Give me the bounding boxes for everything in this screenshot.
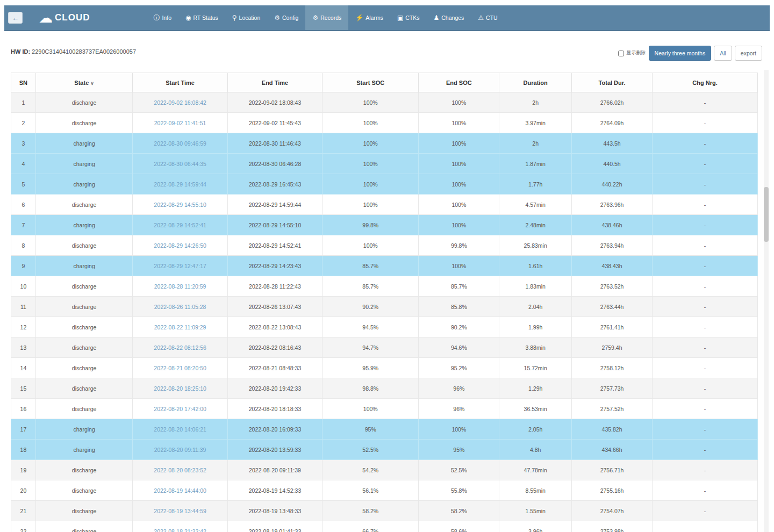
table-body: 1 discharge 2022-09-02 16:08:42 2022-09-… (11, 92, 758, 532)
nav-menu: ⓘ Info ◉ RT Status ⚲ Location ⚙ Config ⚙… (146, 5, 504, 30)
cell-total-dur: 2759.4h (572, 337, 653, 358)
cell-total-dur: 440.22h (572, 174, 653, 195)
cell-duration: 3.88min (499, 337, 572, 358)
nav-item-ctu[interactable]: ⚠ CTU (471, 5, 504, 30)
nav-item-ctks[interactable]: ▣ CTKs (390, 5, 427, 30)
cell-total-dur: 2754.07h (572, 501, 653, 521)
cell-start-time-link[interactable]: 2022-09-02 16:08:42 (133, 92, 227, 113)
cell-start-time-link[interactable]: 2022-08-29 12:47:17 (133, 256, 227, 276)
person-icon: ♟ (434, 15, 440, 21)
column-header-state[interactable]: State∨ (35, 73, 133, 92)
cell-end-time: 2022-08-29 14:59:44 (227, 195, 322, 215)
nav-item-changes[interactable]: ♟ Changes (427, 5, 471, 30)
back-button[interactable]: ← (8, 12, 23, 24)
nav-item-label: Changes (441, 15, 464, 21)
cell-total-dur: 443.5h (572, 133, 653, 154)
cell-end-soc: 100% (419, 256, 499, 276)
cell-sn: 14 (11, 358, 36, 378)
cell-start-time-link[interactable]: 2022-08-20 08:23:52 (133, 460, 227, 480)
cell-state: charging (35, 154, 133, 174)
cell-end-soc: 100% (419, 174, 499, 195)
cell-start-soc: 95.9% (322, 358, 419, 378)
cell-start-time-link[interactable]: 2022-09-02 11:41:51 (133, 113, 227, 133)
config-icon: ⚙ (274, 15, 280, 21)
cell-start-time-link[interactable]: 2022-08-19 13:44:59 (133, 501, 227, 521)
cell-sn: 18 (11, 440, 36, 460)
nav-item-info[interactable]: ⓘ Info (146, 5, 178, 30)
cell-start-time-link[interactable]: 2022-08-26 11:05:28 (133, 297, 227, 317)
cell-end-soc: 100% (419, 133, 499, 154)
cell-end-time: 2022-08-19 13:48:33 (227, 501, 322, 521)
cell-start-time-link[interactable]: 2022-08-29 14:55:10 (133, 195, 227, 215)
cell-state: discharge (35, 521, 133, 532)
cell-state: discharge (35, 317, 133, 337)
cell-end-time: 2022-08-19 14:52:33 (227, 480, 322, 501)
cell-end-time: 2022-08-30 06:46:28 (227, 154, 322, 174)
cell-end-soc: 85.7% (419, 276, 499, 297)
cell-chg-nrg: - (653, 256, 758, 276)
cell-chg-nrg: - (653, 92, 758, 113)
cell-state: discharge (35, 399, 133, 419)
vertical-scrollbar[interactable] (764, 70, 769, 532)
column-header-sn: SN (11, 73, 36, 92)
cell-chg-nrg: - (653, 460, 758, 480)
nav-item-rt-status[interactable]: ◉ RT Status (178, 5, 225, 30)
nav-item-label: Info (162, 15, 171, 21)
cell-start-time-link[interactable]: 2022-08-21 08:20:50 (133, 358, 227, 378)
cell-state: discharge (35, 276, 133, 297)
table-row: 2 discharge 2022-09-02 11:41:51 2022-09-… (11, 113, 758, 133)
cell-start-soc: 66.7% (322, 521, 419, 532)
cell-start-time-link[interactable]: 2022-08-19 14:44:00 (133, 480, 227, 501)
cell-start-time-link[interactable]: 2022-08-29 14:52:41 (133, 215, 227, 235)
nav-item-label: RT Status (193, 15, 218, 21)
cell-duration: 3.97min (499, 113, 572, 133)
show-deleted-checkbox[interactable] (618, 51, 624, 56)
table-row: 14 discharge 2022-08-21 08:20:50 2022-08… (11, 358, 758, 378)
cell-state: discharge (35, 480, 133, 501)
cell-start-time-link[interactable]: 2022-08-30 06:44:35 (133, 154, 227, 174)
nav-item-label: Alarms (366, 15, 383, 21)
table-row: 9 charging 2022-08-29 12:47:17 2022-08-2… (11, 256, 758, 276)
cell-start-time-link[interactable]: 2022-08-22 08:12:56 (133, 337, 227, 358)
cell-start-time-link[interactable]: 2022-08-29 14:59:44 (133, 174, 227, 195)
nav-item-records[interactable]: ⚙ Records (305, 5, 348, 30)
cell-start-time-link[interactable]: 2022-08-29 14:26:50 (133, 235, 227, 256)
scrollbar-thumb[interactable] (764, 187, 769, 242)
cell-start-time-link[interactable]: 2022-08-28 11:20:59 (133, 276, 227, 297)
cell-duration: 36.53min (499, 399, 572, 419)
nav-item-label: CTKs (405, 15, 419, 21)
cell-start-time-link[interactable]: 2022-08-20 14:06:21 (133, 419, 227, 440)
cell-sn: 17 (11, 419, 36, 440)
cell-state: charging (35, 440, 133, 460)
table-row: 22 discharge 2022-08-18 21:22:42 2022-08… (11, 521, 758, 532)
cell-chg-nrg: - (653, 440, 758, 460)
records-icon: ⚙ (312, 15, 318, 21)
cell-chg-nrg: - (653, 174, 758, 195)
nav-item-config[interactable]: ⚙ Config (267, 5, 305, 30)
range-all-button[interactable]: All (714, 46, 732, 61)
cell-start-time-link[interactable]: 2022-08-30 09:46:59 (133, 133, 227, 154)
warning-icon: ⚠ (478, 15, 484, 21)
cell-total-dur: 2763.52h (572, 276, 653, 297)
nav-item-alarms[interactable]: ⚡ Alarms (348, 5, 390, 30)
cell-state: discharge (35, 501, 133, 521)
column-header-label: Duration (524, 80, 548, 86)
nav-item-location[interactable]: ⚲ Location (225, 5, 268, 30)
cell-duration: 1.83min (499, 276, 572, 297)
cell-start-time-link[interactable]: 2022-08-20 18:25:10 (133, 378, 227, 399)
cell-end-time: 2022-09-02 11:45:43 (227, 113, 322, 133)
cell-state: discharge (35, 297, 133, 317)
table-row: 8 discharge 2022-08-29 14:26:50 2022-08-… (11, 235, 758, 256)
cell-start-soc: 85.7% (322, 276, 419, 297)
cell-start-time-link[interactable]: 2022-08-20 17:42:00 (133, 399, 227, 419)
cell-sn: 8 (11, 235, 36, 256)
cell-start-time-link[interactable]: 2022-08-22 11:09:29 (133, 317, 227, 337)
export-button[interactable]: export (735, 46, 762, 61)
cell-start-time-link[interactable]: 2022-08-20 09:11:39 (133, 440, 227, 460)
cell-end-soc: 100% (419, 154, 499, 174)
cell-chg-nrg: - (653, 358, 758, 378)
cell-end-time: 2022-08-20 16:09:33 (227, 419, 322, 440)
cell-duration: 1.29h (499, 378, 572, 399)
cell-start-time-link[interactable]: 2022-08-18 21:22:42 (133, 521, 227, 532)
range-nearly-three-months-button[interactable]: Nearly three months (649, 46, 712, 61)
